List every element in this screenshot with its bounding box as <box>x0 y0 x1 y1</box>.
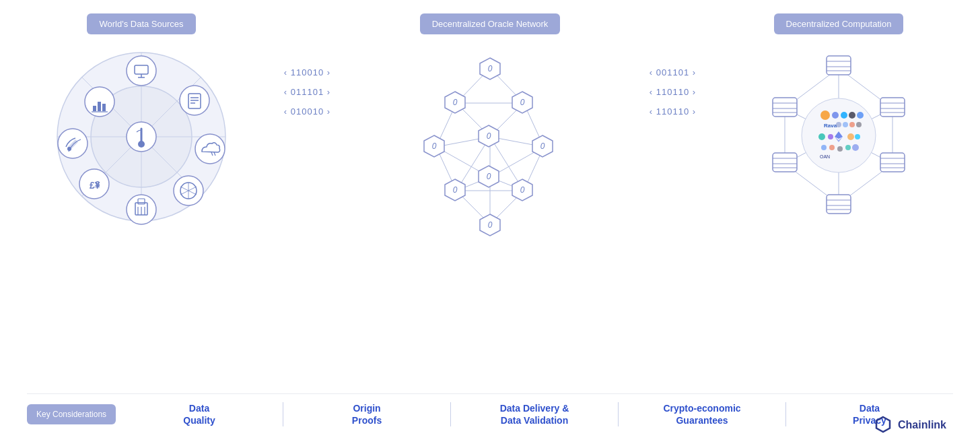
computation-svg-diagram: Rava <box>744 42 933 231</box>
svg-rect-32 <box>102 104 106 111</box>
svg-text:0: 0 <box>520 185 525 195</box>
svg-text:$: $ <box>96 180 100 188</box>
svg-text:OAN: OAN <box>820 154 830 159</box>
oracle-hexagon-diagram: 0 0 0 <box>386 42 594 251</box>
svg-text:0: 0 <box>487 131 491 141</box>
svg-rect-31 <box>98 102 101 111</box>
svg-point-108 <box>841 112 847 119</box>
consideration-crypto-economic: Crypto-economic Guarantees <box>619 402 786 426</box>
svg-point-36 <box>138 141 145 148</box>
left-binary-codes: ‹ 110010 › ‹ 011101 › ‹ 010010 › <box>284 67 330 117</box>
svg-point-118 <box>818 133 825 140</box>
consideration-data-delivery: Data Delivery & Data Validation <box>451 402 619 426</box>
svg-point-115 <box>856 122 862 127</box>
svg-rect-81 <box>827 56 851 75</box>
binary-code-1: ‹ 110010 › <box>284 67 330 77</box>
svg-point-121 <box>855 134 860 139</box>
svg-point-107 <box>832 112 839 119</box>
consideration-data-quality: Data Quality <box>116 402 283 426</box>
binary-code-5: ‹ 110110 › <box>650 87 696 97</box>
svg-text:0: 0 <box>453 98 458 107</box>
oracle-network-badge: Decentralized Oracle Network <box>420 13 561 34</box>
svg-point-122 <box>821 145 827 150</box>
right-connector: ‹ 001101 › ‹ 110110 › ‹ 110110 › <box>633 13 713 117</box>
svg-rect-93 <box>773 153 797 172</box>
svg-rect-97 <box>880 153 905 172</box>
svg-point-119 <box>828 134 833 139</box>
top-section: World's Data Sources <box>27 13 953 381</box>
svg-text:0: 0 <box>488 64 493 73</box>
svg-point-15 <box>195 134 225 164</box>
chainlink-brand-name: Chainlink <box>898 419 946 431</box>
svg-text:0: 0 <box>520 98 525 107</box>
svg-point-124 <box>837 146 843 152</box>
computation-diagram: Rava <box>724 42 953 231</box>
svg-point-109 <box>849 112 855 119</box>
svg-point-106 <box>820 110 830 120</box>
svg-point-110 <box>857 112 864 119</box>
chainlink-hex-icon <box>874 416 893 435</box>
svg-text:0: 0 <box>453 185 458 195</box>
data-sources-badge: World's Data Sources <box>87 13 195 34</box>
svg-text:Rava: Rava <box>824 123 837 129</box>
circle-diagram: £¥ $ <box>47 42 236 231</box>
chainlink-logo: Chainlink <box>874 416 946 435</box>
data-sources-column: World's Data Sources <box>27 13 256 231</box>
svg-point-120 <box>847 133 854 140</box>
binary-code-3: ‹ 010010 › <box>284 106 330 117</box>
main-container: World's Data Sources <box>0 0 980 448</box>
computation-column: Decentralized Computation <box>724 13 953 231</box>
svg-point-125 <box>845 145 851 150</box>
oracle-network-diagram: 0 0 0 <box>359 42 621 251</box>
binary-code-2: ‹ 011101 › <box>284 87 330 97</box>
svg-point-112 <box>836 122 841 127</box>
binary-code-4: ‹ 001101 › <box>650 67 696 77</box>
right-binary-codes: ‹ 001101 › ‹ 110110 › ‹ 110110 › <box>650 67 696 117</box>
svg-text:0: 0 <box>540 141 545 151</box>
left-connector: ‹ 110010 › ‹ 011101 › ‹ 010010 › <box>267 13 348 117</box>
binary-code-6: ‹ 110110 › <box>650 106 696 117</box>
svg-rect-85 <box>773 98 797 117</box>
svg-text:0: 0 <box>488 220 493 230</box>
key-considerations-badge: Key Considerations <box>27 404 116 424</box>
svg-rect-101 <box>827 195 851 214</box>
svg-rect-89 <box>880 98 905 117</box>
svg-point-113 <box>843 122 848 127</box>
svg-rect-30 <box>93 106 96 111</box>
consideration-origin-proofs: Origin Proofs <box>283 402 451 426</box>
svg-text:0: 0 <box>487 172 491 181</box>
bottom-bar: Key Considerations Data Quality Origin P… <box>27 393 953 435</box>
data-sources-diagram: £¥ $ <box>27 42 256 231</box>
svg-text:0: 0 <box>432 141 437 151</box>
svg-point-6 <box>127 56 156 86</box>
svg-point-114 <box>849 122 855 127</box>
svg-point-123 <box>829 145 835 150</box>
svg-point-126 <box>852 144 859 151</box>
oracle-network-column: Decentralized Oracle Network <box>359 13 621 251</box>
computation-badge: Decentralized Computation <box>774 13 904 34</box>
